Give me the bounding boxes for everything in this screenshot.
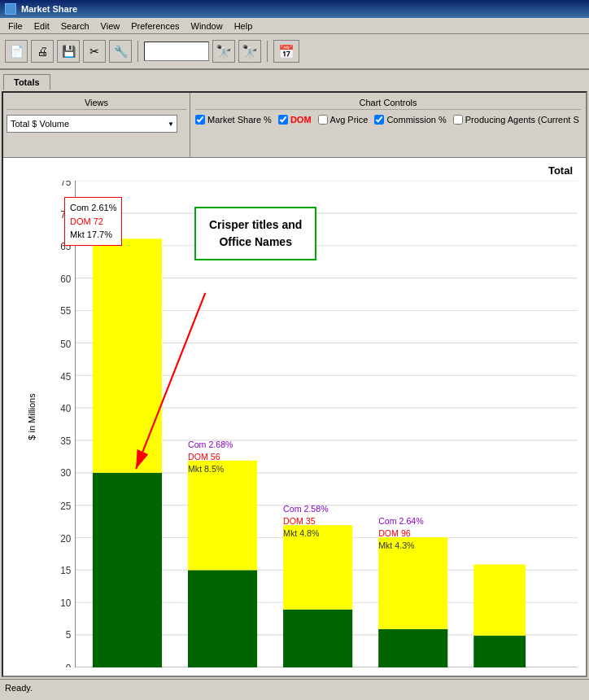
svg-text:Com 2.64%: Com 2.64%	[378, 516, 424, 526]
svg-text:35: 35	[60, 435, 71, 448]
cb-dom[interactable]	[278, 115, 288, 125]
menu-view[interactable]: View	[96, 20, 125, 32]
cb-commission-label: Commission %	[386, 115, 446, 125]
status-text: Ready.	[5, 683, 33, 693]
svg-text:Mkt 8.5%: Mkt 8.5%	[188, 463, 225, 473]
svg-text:DOM 56: DOM 56	[188, 451, 220, 461]
svg-text:45: 45	[60, 371, 71, 383]
bar5-yellow	[473, 565, 526, 636]
bar1-yellow	[93, 238, 162, 473]
cb-market-share[interactable]	[195, 115, 205, 125]
main-content: Views Total $ Volume ▼ Chart Controls Ma…	[2, 91, 587, 677]
bar4-green	[378, 629, 447, 667]
svg-text:20: 20	[60, 532, 71, 545]
svg-text:0: 0	[66, 662, 72, 667]
binoculars-button-2[interactable]: 🔭	[238, 40, 261, 63]
svg-text:Com 2.68%: Com 2.68%	[188, 439, 233, 448]
properties-button[interactable]: 🔧	[109, 40, 132, 63]
bar5-green	[473, 636, 526, 667]
save-button[interactable]: 💾	[57, 40, 80, 63]
chart-area: Total $ in Millions 0 5	[3, 158, 586, 676]
menu-help[interactable]: Help	[229, 20, 258, 32]
chart-title: Total	[548, 164, 573, 177]
cb-avg-price-label: Avg Price	[330, 115, 369, 125]
toolbar: 📄 🖨 💾 ✂ 🔧 🔭 🔭 📅	[0, 34, 589, 70]
svg-text:Mkt 4.3%: Mkt 4.3%	[378, 540, 415, 550]
tabs-bar: Totals	[0, 70, 589, 90]
chart-controls-panel: Chart Controls Market Share % DOM Avg Pr…	[190, 93, 586, 157]
cb-market-share-label: Market Share %	[207, 115, 272, 125]
new-button[interactable]: 📄	[5, 40, 28, 63]
svg-text:DOM 96: DOM 96	[378, 528, 411, 538]
views-panel: Views Total $ Volume ▼	[3, 93, 190, 157]
svg-text:55: 55	[60, 305, 71, 317]
y-axis-label: $ in Millions	[27, 393, 37, 440]
cb-commission[interactable]	[374, 115, 384, 125]
search-input[interactable]	[144, 42, 209, 61]
checkbox-commission[interactable]: Commission %	[374, 115, 446, 125]
cb-avg-price[interactable]	[318, 115, 328, 125]
svg-text:30: 30	[60, 467, 71, 479]
svg-text:Mkt 4.8%: Mkt 4.8%	[283, 528, 320, 538]
checkbox-dom[interactable]: DOM	[278, 115, 312, 125]
controls-row: Views Total $ Volume ▼ Chart Controls Ma…	[3, 93, 586, 158]
menu-edit[interactable]: Edit	[29, 20, 55, 32]
svg-text:75: 75	[60, 181, 71, 188]
checkbox-avg-price[interactable]: Avg Price	[318, 115, 369, 125]
checkbox-producing-agents[interactable]: Producing Agents (Current S	[453, 115, 579, 125]
bar2-yellow	[188, 461, 257, 571]
svg-text:5: 5	[66, 629, 72, 641]
checkboxes-row: Market Share % DOM Avg Price Commission …	[195, 115, 581, 125]
svg-text:60: 60	[60, 273, 71, 286]
menu-window[interactable]: Window	[186, 20, 228, 32]
title-bar: Market Share	[0, 0, 589, 18]
views-select[interactable]: Total $ Volume	[7, 115, 177, 133]
cb-producing-agents-label: Producing Agents (Current S	[465, 115, 579, 125]
menu-file[interactable]: File	[3, 20, 28, 32]
svg-text:15: 15	[60, 565, 71, 577]
print-button[interactable]: 🖨	[31, 40, 54, 63]
svg-text:25: 25	[60, 500, 71, 512]
annotation-box: Crisper titles andOffice Names	[194, 207, 316, 260]
svg-text:10: 10	[60, 597, 71, 610]
tooltip-com: Com 2.61%	[70, 201, 116, 215]
svg-text:DOM 35: DOM 35	[283, 516, 316, 526]
tooltip-mkt: Mkt 17.7%	[70, 228, 116, 242]
status-bar: Ready.	[0, 679, 589, 695]
menu-preferences[interactable]: Preferences	[126, 20, 184, 32]
svg-text:50: 50	[60, 338, 71, 350]
annotation-text: Crisper titles andOffice Names	[209, 218, 302, 248]
cut-button[interactable]: ✂	[83, 40, 106, 63]
svg-text:40: 40	[60, 403, 71, 415]
app-icon	[5, 3, 16, 15]
views-select-wrapper[interactable]: Total $ Volume ▼	[7, 115, 177, 133]
chart-controls-label: Chart Controls	[195, 96, 581, 110]
bar4-yellow	[378, 537, 447, 629]
tooltip-box: Com 2.61% DOM 72 Mkt 17.7%	[64, 197, 122, 246]
menu-bar: File Edit Search View Preferences Window…	[0, 18, 589, 34]
bar3-green	[283, 610, 352, 667]
svg-text:Com 2.58%: Com 2.58%	[283, 504, 329, 514]
cb-dom-label: DOM	[290, 115, 312, 125]
separator-2	[267, 41, 268, 62]
bar1-green	[93, 473, 162, 667]
checkbox-market-share[interactable]: Market Share %	[195, 115, 272, 125]
tab-totals[interactable]: Totals	[3, 74, 50, 90]
binoculars-button-1[interactable]: 🔭	[212, 40, 235, 63]
menu-search[interactable]: Search	[56, 20, 94, 32]
window-title: Market Share	[21, 4, 77, 14]
bar2-green	[188, 570, 257, 667]
tooltip-dom: DOM 72	[70, 215, 116, 229]
cb-producing-agents[interactable]	[453, 115, 463, 125]
views-label: Views	[7, 96, 186, 110]
calendar-button[interactable]: 📅	[273, 40, 299, 63]
separator-1	[137, 41, 138, 62]
